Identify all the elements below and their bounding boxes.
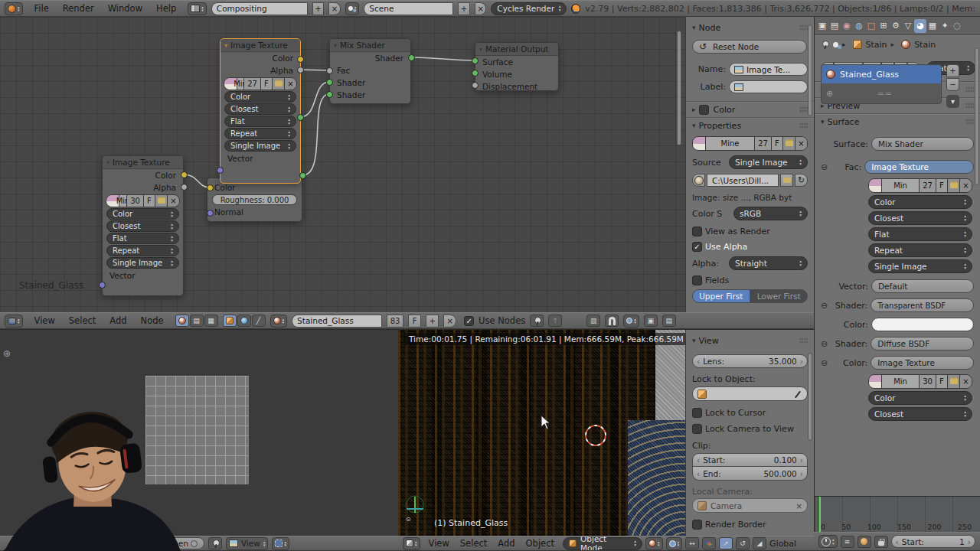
pivot-select[interactable] (666, 537, 683, 550)
image-users-count[interactable]: 30 (127, 195, 144, 207)
texture-option-select[interactable]: Repeat (868, 243, 972, 257)
panel-grip[interactable] (799, 24, 808, 31)
menu-item[interactable]: View (429, 538, 449, 549)
node-header[interactable]: ▾Mix Shader (330, 39, 410, 52)
playback-sync-button[interactable] (858, 536, 871, 548)
texture-nodes-toggle[interactable]: ▦ (204, 315, 218, 327)
editor-type-select[interactable] (5, 315, 23, 328)
color2-input-button[interactable]: Image Texture (871, 356, 974, 370)
slot-specials-menu[interactable]: ▾ (946, 95, 959, 108)
open-image-icon[interactable] (948, 375, 960, 388)
node-dropdown[interactable]: Single Image (106, 257, 179, 269)
open-image-icon[interactable] (273, 78, 285, 90)
menu-item[interactable]: Window (108, 3, 142, 14)
node-header[interactable]: ▾Image Texture (103, 156, 183, 169)
image-users-count[interactable]: 27 (244, 78, 261, 90)
unlink-image-icon[interactable]: × (285, 78, 296, 90)
node-dropdown[interactable]: Closest (224, 103, 296, 115)
add-slot-icon[interactable]: ⊕ (826, 89, 833, 99)
image-name[interactable]: Min (237, 78, 244, 90)
properties-tab-icon[interactable]: ◕ (914, 19, 926, 33)
use-nodes-checkbox[interactable] (464, 316, 474, 326)
clip-start-slider[interactable]: Start:0.100 (692, 453, 808, 467)
color-panel-header[interactable]: ▸Color (686, 102, 814, 117)
orientation-label[interactable]: Global (769, 539, 796, 549)
image-datablock[interactable]: Min30F× (106, 194, 180, 207)
shader2-input-button[interactable]: Diffuse BSDF (871, 337, 974, 350)
panel-grip[interactable] (965, 86, 974, 93)
world-shader-toggle[interactable] (237, 315, 251, 327)
use-alpha-checkbox[interactable] (692, 242, 702, 252)
properties-tab-icon[interactable]: □ (865, 19, 877, 33)
add-material-slot-button[interactable]: + (946, 64, 959, 77)
socket-displacement-in[interactable] (472, 82, 479, 89)
socket-transparent-bsdf-out[interactable] (297, 114, 304, 121)
menu-item[interactable]: Object (526, 538, 554, 549)
menu-item[interactable]: Add (109, 315, 126, 326)
socket-color-out[interactable] (297, 56, 304, 63)
alpha-mode-select[interactable]: Straight (729, 256, 808, 270)
color-checkbox[interactable] (699, 105, 709, 115)
node-dropdown[interactable]: Color (106, 208, 179, 220)
node-header[interactable]: ▾Image Texture (220, 39, 300, 52)
socket-fac-in[interactable] (326, 67, 333, 74)
sidebar-scrollbar[interactable] (808, 24, 812, 116)
add-scene-button[interactable]: + (458, 2, 470, 15)
image-datablock[interactable]: Min27F× (868, 178, 972, 193)
delete-layout-button[interactable]: × (328, 2, 341, 15)
shader1-input-button[interactable]: Transparent BSDF (871, 298, 974, 312)
node-dropdown[interactable]: Flat (106, 233, 179, 244)
socket-volume-in[interactable] (472, 70, 479, 77)
copy-nodes-button[interactable]: ▣ (644, 315, 658, 327)
menu-item[interactable]: View (34, 315, 55, 326)
display-channels-select[interactable] (272, 537, 289, 550)
properties-tab-icon[interactable]: ▦ (926, 19, 939, 33)
properties-tab-icon[interactable]: ▤ (828, 19, 841, 33)
translate-manipulator[interactable]: ↗ (719, 537, 733, 549)
collapse-triangle-icon[interactable]: ▾ (106, 159, 109, 166)
properties-scrollbar[interactable] (975, 47, 979, 185)
menu-item[interactable]: File (34, 3, 49, 14)
properties-tab-icon[interactable]: ◌ (951, 19, 963, 33)
reload-image-button[interactable]: ↻ (795, 174, 808, 187)
material-slot-active[interactable]: Stained_Glass (822, 65, 941, 83)
shader-nodes-toggle[interactable] (175, 315, 189, 327)
socket-normal-in[interactable] (207, 210, 214, 217)
local-camera-field[interactable]: Camera× (692, 498, 808, 513)
properties-tab-icon[interactable]: ✦ (939, 19, 951, 33)
panel-grip[interactable] (799, 106, 808, 112)
properties-tab-icon[interactable]: ◍ (853, 19, 865, 33)
lens-slider[interactable]: Lens:35.000 (692, 354, 808, 368)
image-select[interactable]: View (226, 537, 268, 550)
view-panel-header[interactable]: ▾View (686, 333, 814, 348)
menu-item[interactable]: Render (63, 3, 94, 14)
collapse-triangle-icon[interactable]: ▾ (334, 42, 337, 49)
viewport-sidebar-scrollbar[interactable] (808, 353, 812, 441)
screen-layout-name[interactable]: Compositing (211, 2, 308, 15)
socket-alpha-out[interactable] (181, 184, 188, 191)
fake-user-button[interactable]: F (144, 195, 155, 207)
snap-mode-select[interactable] (623, 315, 639, 328)
remove-material-slot-button[interactable]: − (946, 78, 959, 91)
unlink-input-icon[interactable]: ⊖ (821, 358, 828, 368)
image-datablock[interactable]: Min30F× (868, 374, 972, 389)
properties-tab-icon[interactable]: ⚙ (890, 19, 902, 33)
socket-vector-in[interactable] (99, 282, 106, 289)
socket-alpha-out[interactable] (297, 67, 304, 73)
socket-diffuse-color-in[interactable] (207, 184, 214, 191)
collapse-triangle-icon[interactable]: ▾ (479, 46, 482, 53)
fake-user-button[interactable]: F (936, 375, 948, 388)
filepath-icon-button[interactable] (692, 174, 705, 187)
open-image-icon[interactable] (783, 137, 795, 150)
panel-grip[interactable] (965, 119, 974, 125)
manipulate-centers-toggle[interactable]: ↔ (685, 537, 699, 549)
unlink-image-icon[interactable]: × (168, 195, 179, 207)
image-users-count[interactable]: 27 (755, 137, 772, 150)
lock-camera-checkbox[interactable] (692, 424, 702, 434)
viewport-render[interactable]: Time:00:01.75 | Remaining:06:01.91 | Mem… (398, 329, 685, 536)
timeline-strip[interactable]: 050100150200250 (814, 496, 980, 532)
properties-tab-icon[interactable]: ▣ (816, 19, 828, 33)
unlink-input-icon[interactable]: ⊖ (821, 301, 828, 311)
menu-item[interactable]: Help (156, 3, 176, 14)
material-name-field[interactable]: Stained_Glass (292, 315, 382, 328)
